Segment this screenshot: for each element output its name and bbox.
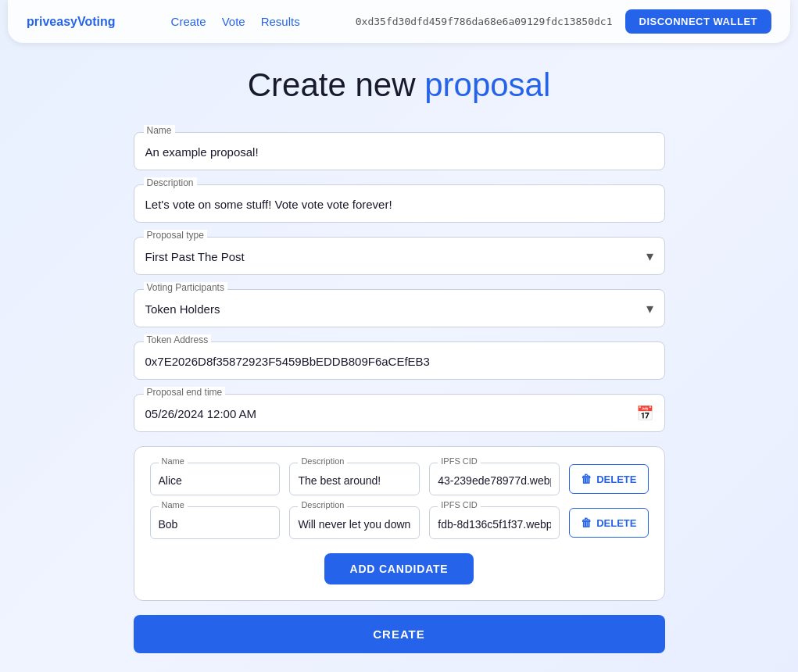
candidate-1-ipfs-field: IPFS CID xyxy=(429,463,560,495)
candidate-1-ipfs-label: IPFS CID xyxy=(438,456,480,466)
nav-results[interactable]: Results xyxy=(261,15,300,28)
candidate-2-description-input[interactable] xyxy=(290,507,419,538)
candidate-1-name-input[interactable] xyxy=(151,463,280,495)
candidate-2-ipfs-label: IPFS CID xyxy=(438,500,480,509)
candidate-2-delete-button[interactable]: 🗑 DELETE xyxy=(569,508,648,538)
calendar-icon[interactable]: 📅 xyxy=(636,405,653,422)
name-input[interactable] xyxy=(134,133,664,170)
datetime-wrapper: 📅 xyxy=(134,395,664,431)
header: priveasyVoting Create Vote Results 0xd35… xyxy=(8,0,790,43)
disconnect-wallet-button[interactable]: DISCONNECT WALLET xyxy=(625,9,772,34)
token-address-label: Token Address xyxy=(144,334,212,345)
voting-participants-field-group: Voting Participants Token Holders All Wa… xyxy=(134,289,665,327)
voting-participants-select-wrapper: Token Holders All Wallets Whitelist ▾ xyxy=(134,290,664,327)
trash-icon: 🗑 xyxy=(581,517,592,529)
candidate-2-name-field: Name xyxy=(150,506,281,539)
candidate-1-ipfs-input[interactable] xyxy=(430,463,559,495)
page-title-highlight: proposal xyxy=(424,66,550,103)
candidate-1-name-field: Name xyxy=(150,463,281,495)
brand-logo[interactable]: priveasyVoting xyxy=(27,15,116,29)
delete-label: DELETE xyxy=(596,474,636,485)
voting-participants-select[interactable]: Token Holders All Wallets Whitelist xyxy=(134,290,664,327)
candidate-2-description-field: Description xyxy=(289,506,420,539)
name-label: Name xyxy=(144,125,175,136)
candidate-1-description-field: Description xyxy=(289,463,420,495)
trash-icon: 🗑 xyxy=(581,473,592,485)
create-button[interactable]: CREATE xyxy=(134,615,665,653)
candidate-1-delete-button[interactable]: 🗑 DELETE xyxy=(569,464,648,494)
candidate-2-description-label: Description xyxy=(298,500,347,509)
proposal-type-field-group: Proposal type First Past The Post Ranked… xyxy=(134,237,665,275)
candidate-2-ipfs-field: IPFS CID xyxy=(429,506,560,539)
candidate-1-description-input[interactable] xyxy=(290,463,419,495)
description-input[interactable] xyxy=(134,185,664,222)
header-right: 0xd35fd30dfd459f786da68e6a09129fdc13850d… xyxy=(356,9,771,34)
nav-create[interactable]: Create xyxy=(171,15,206,28)
candidates-container: Name Description IPFS CID 🗑 DELETE Name xyxy=(134,446,665,601)
page-title: Create new proposal xyxy=(134,66,665,104)
wallet-address: 0xd35fd30dfd459f786da68e6a09129fdc13850d… xyxy=(356,16,613,27)
table-row: Name Description IPFS CID 🗑 DELETE xyxy=(150,506,649,539)
proposal-end-time-input[interactable] xyxy=(134,395,664,431)
token-address-field-group: Token Address xyxy=(134,341,665,380)
proposal-type-select[interactable]: First Past The Post Ranked Choice Approv… xyxy=(134,238,664,274)
candidate-1-description-label: Description xyxy=(298,456,347,466)
proposal-type-select-wrapper: First Past The Post Ranked Choice Approv… xyxy=(134,238,664,274)
candidate-1-name-label: Name xyxy=(159,456,188,466)
main-content: Create new proposal Name Description Pro… xyxy=(118,43,681,672)
description-field-group: Description xyxy=(134,184,665,223)
delete-label: DELETE xyxy=(596,517,636,529)
add-candidate-button[interactable]: ADD CANDIDATE xyxy=(324,553,473,584)
token-address-input[interactable] xyxy=(134,342,664,379)
candidate-2-ipfs-input[interactable] xyxy=(430,507,559,538)
proposal-end-time-field-group: Proposal end time 📅 xyxy=(134,394,665,432)
table-row: Name Description IPFS CID 🗑 DELETE xyxy=(150,463,649,495)
name-field-group: Name xyxy=(134,132,665,170)
description-label: Description xyxy=(144,177,197,188)
main-nav: Create Vote Results xyxy=(171,15,300,28)
candidate-2-name-label: Name xyxy=(159,500,188,509)
nav-vote[interactable]: Vote xyxy=(222,15,245,28)
page-title-static: Create new xyxy=(248,66,424,103)
candidate-2-name-input[interactable] xyxy=(151,507,280,538)
